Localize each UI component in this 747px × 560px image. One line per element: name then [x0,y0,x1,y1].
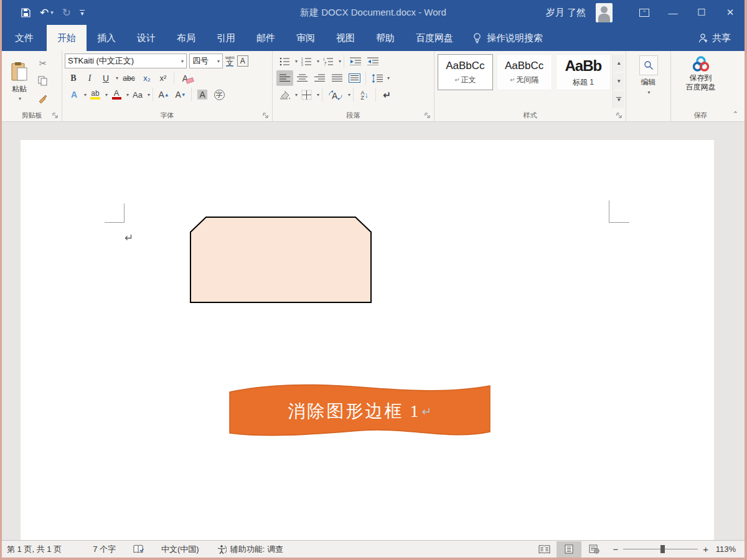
tab-references[interactable]: 引用 [206,25,246,51]
proofing-status[interactable] [125,544,153,554]
multilevel-list-button[interactable]: 1ai [320,54,337,69]
read-mode-button[interactable] [532,541,557,558]
font-name-dropdown-icon[interactable]: ▾ [181,58,184,64]
bold-button[interactable]: B [66,70,81,86]
print-layout-button[interactable] [557,541,581,558]
phonetic-guide-button[interactable]: wén 文 [225,55,235,67]
tab-view[interactable]: 视图 [326,25,365,51]
align-left-button[interactable] [276,70,293,86]
paste-button[interactable]: 粘贴 ▾ [3,53,35,110]
tell-me-search[interactable]: 操作说明搜索 [464,25,552,51]
editing-dropdown-icon[interactable]: ▾ [647,90,650,95]
zoom-level[interactable]: 113% [715,544,745,554]
underline-dropdown-icon[interactable]: ▾ [116,75,118,81]
asian-layout-button[interactable]: A [325,87,346,103]
customize-qat-icon[interactable]: ▾ [80,10,85,15]
character-shading-button[interactable]: A [194,86,210,103]
font-dialog-launcher[interactable] [263,113,269,119]
font-name-combo[interactable]: STKaiti (中文正文) ▾ [65,54,187,68]
underline-button[interactable]: U [98,70,113,86]
tab-file[interactable]: 文件 [2,25,47,51]
strikethrough-button[interactable]: abc [120,70,138,86]
save-to-baidu-button[interactable]: 保存到百度网盘 [672,53,729,110]
page-number-status[interactable]: 第 1 页, 共 1 页 [2,544,70,555]
italic-button[interactable]: I [82,70,97,86]
ribbon-display-options-button[interactable]: ⌃ [630,0,659,25]
clipboard-dialog-launcher[interactable] [52,113,59,119]
distribute-button[interactable] [346,70,363,86]
user-avatar[interactable] [596,3,613,22]
tab-insert[interactable]: 插入 [87,25,126,51]
numbering-dropdown-icon[interactable]: ▾ [317,58,319,64]
tab-layout[interactable]: 布局 [166,25,206,51]
numbering-button[interactable]: 123 [298,54,315,69]
enclose-characters-button[interactable]: 字 [211,86,227,103]
change-case-button[interactable]: Aa [129,86,146,103]
editing-button[interactable]: 编辑 ▾ [627,53,669,110]
shading-button[interactable] [276,87,293,103]
minimize-button[interactable]: — [659,0,687,25]
zoom-slider[interactable] [623,549,698,549]
font-size-dropdown-icon[interactable]: ▾ [217,58,220,64]
decrease-indent-button[interactable] [347,54,364,69]
style-normal[interactable]: AaBbCc ↵正文 [438,54,493,90]
superscript-button[interactable]: x² [156,70,171,86]
font-color-dropdown-icon[interactable]: ▾ [126,92,129,98]
asian-layout-dropdown-icon[interactable]: ▾ [348,92,350,98]
clear-formatting-button[interactable]: A [177,70,199,86]
styles-dialog-launcher[interactable] [616,113,622,119]
save-icon[interactable] [21,7,31,18]
justify-button[interactable] [329,70,345,86]
styles-more-icon[interactable]: ▼ [614,91,624,108]
borders-button[interactable] [298,87,315,103]
document-page[interactable] [21,140,714,540]
show-hide-marks-button[interactable]: ↵ [378,87,395,103]
format-painter-button[interactable] [35,91,50,105]
line-spacing-button[interactable] [369,70,385,86]
tab-home[interactable]: 开始 [47,25,87,51]
undo-dropdown-icon[interactable]: ▾ [50,9,54,16]
web-layout-button[interactable] [581,541,606,558]
zoom-out-button[interactable]: − [613,544,618,554]
zoom-in-button[interactable]: + [703,544,708,554]
line-spacing-dropdown-icon[interactable]: ▾ [387,75,390,81]
shading-dropdown-icon[interactable]: ▾ [295,92,298,98]
tab-design[interactable]: 设计 [126,25,166,51]
text-effects-button[interactable]: A [66,86,82,103]
sort-button[interactable]: AZ ↓ [356,87,373,103]
zoom-slider-handle[interactable] [660,545,665,553]
font-size-combo[interactable]: 四号 ▾ [189,54,223,68]
maximize-button[interactable]: ☐ [687,0,716,25]
subscript-button[interactable]: x₂ [139,70,154,86]
align-center-button[interactable] [294,70,311,86]
paste-dropdown-icon[interactable]: ▾ [19,96,21,101]
collapse-ribbon-icon[interactable]: ⌃ [733,110,738,118]
tab-review[interactable]: 审阅 [286,25,326,51]
wave-banner-shape[interactable]: 消除图形边框 1↵ [226,381,494,439]
cut-button[interactable]: ✂ [35,57,50,70]
text-effects-dropdown-icon[interactable]: ▾ [84,92,87,98]
borders-dropdown-icon[interactable]: ▾ [317,92,319,98]
character-border-button[interactable]: A [237,55,248,67]
language-status[interactable]: 中文(中国) [153,544,208,555]
tab-help[interactable]: 帮助 [365,25,405,51]
accessibility-status[interactable]: 辅助功能: 调查 [208,544,292,555]
snip-corner-rectangle-shape[interactable] [190,217,372,303]
undo-button[interactable]: ↶▾ [40,6,54,19]
styles-scroll-up-icon[interactable]: ▲ [614,55,624,72]
tab-baidu-netdisk[interactable]: 百度网盘 [405,25,464,51]
paragraph-dialog-launcher[interactable] [425,113,431,119]
change-case-dropdown-icon[interactable]: ▾ [148,92,150,98]
multilevel-dropdown-icon[interactable]: ▾ [339,58,341,64]
share-button[interactable]: 共享 [684,25,745,51]
highlight-button[interactable]: ab [87,86,103,103]
font-color-button[interactable]: A [108,86,125,103]
increase-indent-button[interactable] [364,54,381,69]
tab-mailings[interactable]: 邮件 [246,25,286,51]
style-no-spacing[interactable]: AaBbCc ↵无间隔 [497,54,552,90]
word-count-status[interactable]: 7 个字 [70,544,125,555]
align-right-button[interactable] [311,70,328,86]
shrink-font-button[interactable]: A▼ [172,86,189,103]
close-button[interactable]: ✕ [716,0,745,25]
grow-font-button[interactable]: A▲ [156,86,172,103]
